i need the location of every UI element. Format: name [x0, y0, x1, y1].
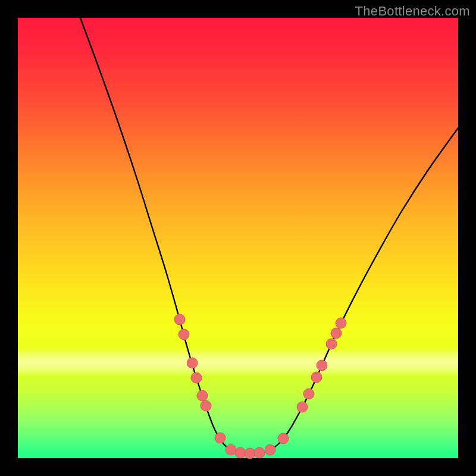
marker-dot — [265, 444, 275, 455]
marker-dot — [197, 390, 208, 401]
marker-dot — [297, 402, 308, 412]
bottleneck-curve — [80, 18, 458, 454]
marker-dot — [226, 444, 236, 455]
stage: TheBottleneck.com — [0, 0, 476, 476]
marker-dot — [215, 433, 226, 443]
marker-dot — [317, 360, 327, 371]
marker-dot — [336, 318, 346, 328]
marker-dot — [278, 433, 289, 444]
marker-dot — [331, 328, 342, 339]
marker-dot — [326, 339, 337, 349]
marker-dot — [311, 372, 322, 383]
plot-area — [18, 18, 458, 458]
marker-dot — [303, 389, 314, 399]
marker-group — [174, 314, 346, 459]
marker-dot — [174, 314, 185, 325]
chart-svg — [18, 18, 458, 458]
marker-dot — [187, 358, 198, 368]
marker-dot — [245, 448, 255, 459]
watermark-text: TheBottleneck.com — [355, 4, 470, 19]
marker-dot — [235, 447, 246, 458]
marker-dot — [254, 447, 265, 458]
marker-dot — [201, 400, 211, 411]
marker-dot — [178, 329, 189, 340]
marker-dot — [191, 372, 202, 383]
